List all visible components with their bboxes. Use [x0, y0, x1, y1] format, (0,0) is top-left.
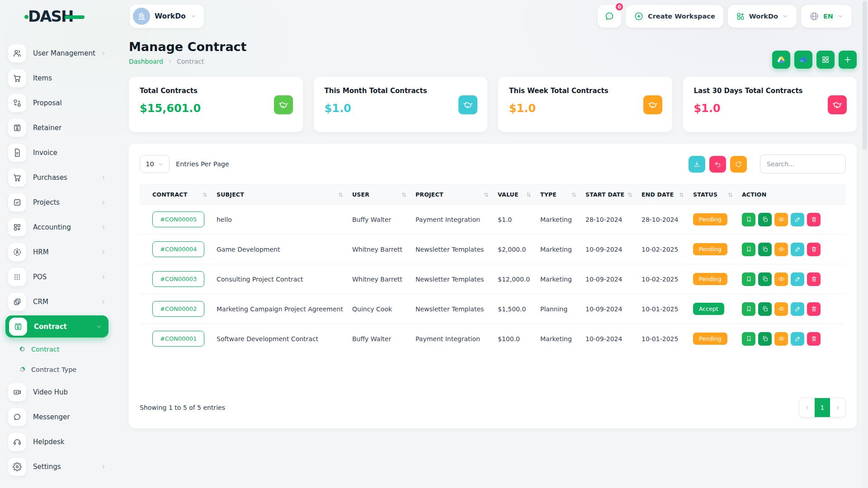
sidebar-item-items[interactable]: Items: [0, 66, 114, 90]
bookmark-button[interactable]: [742, 243, 755, 256]
sidebar-item-helpdesk[interactable]: Helpdesk: [0, 429, 114, 454]
bookmark-button[interactable]: [742, 302, 755, 316]
contract-id-link[interactable]: #CON00002: [152, 301, 204, 317]
scrollbar-thumb[interactable]: [863, 1, 867, 150]
duplicate-button[interactable]: [758, 272, 772, 286]
bookmark-button[interactable]: [742, 332, 755, 346]
cell-project: Newsletter Templates: [411, 294, 493, 324]
column-header-contract[interactable]: CONTRACT: [140, 185, 212, 205]
handshake-icon: [643, 95, 662, 114]
globe-icon: [809, 11, 819, 21]
create-workspace-button[interactable]: Create Workspace: [626, 5, 723, 28]
sidebar-item-settings[interactable]: Settings: [0, 454, 114, 479]
column-header-value[interactable]: VALUE: [493, 185, 536, 205]
table-row: #CON00001 Software Development Contract …: [140, 324, 846, 354]
column-header-project[interactable]: PROJECT: [411, 185, 493, 205]
messages-button[interactable]: 0: [598, 5, 621, 28]
sort-icon: [627, 192, 632, 197]
pagination-page-1[interactable]: 1: [815, 398, 830, 417]
cell-project: Payment Integration: [411, 205, 493, 235]
edit-button[interactable]: [791, 302, 804, 316]
sidebar-item-invoice[interactable]: Invoice: [0, 140, 114, 165]
contract-id-link[interactable]: #CON00001: [152, 331, 204, 347]
view-button[interactable]: [774, 213, 788, 226]
chevron-right-icon: [100, 299, 107, 305]
sidebar-item-pos[interactable]: POS: [0, 264, 114, 289]
sidebar-item-retainer[interactable]: Retainer: [0, 115, 114, 140]
contract-id-link[interactable]: #CON00003: [152, 271, 204, 287]
pagination-prev-button[interactable]: [799, 398, 815, 417]
crm-squares-icon: [8, 293, 26, 311]
sidebar-item-purchases[interactable]: Purchases: [0, 165, 114, 190]
contract-id-link[interactable]: #CON00005: [152, 211, 204, 227]
view-button[interactable]: [774, 272, 788, 286]
view-button[interactable]: [774, 332, 788, 346]
sidebar-item-contract[interactable]: Contract: [5, 315, 108, 338]
breadcrumb-dashboard-link[interactable]: Dashboard: [129, 58, 163, 65]
delete-button[interactable]: [807, 243, 821, 256]
add-contract-button[interactable]: [839, 51, 857, 69]
refresh-button[interactable]: [730, 156, 747, 173]
stat-card-value: $1.0: [694, 102, 846, 115]
sidebar-item-label: Items: [33, 74, 52, 82]
page-scrollbar[interactable]: [862, 0, 868, 488]
search-input[interactable]: [760, 155, 846, 174]
workspace-switcher[interactable]: WorkDo: [130, 5, 204, 28]
edit-button[interactable]: [791, 332, 804, 346]
main-content: Manage Contract Dashboard Contract Total…: [114, 33, 868, 488]
sidebar-item-crm[interactable]: CRM: [0, 289, 114, 314]
entries-per-page-select[interactable]: 10: [140, 155, 170, 173]
column-header-type[interactable]: TYPE: [536, 185, 581, 205]
sidebar-item-user-management[interactable]: User Management: [0, 41, 114, 66]
sidebar-item-hrm[interactable]: HRM: [0, 239, 114, 264]
column-header-status[interactable]: STATUS: [689, 185, 737, 205]
stat-card-value: $15,601.0: [140, 102, 292, 115]
workspace-avatar-building-icon: [133, 8, 150, 25]
cell-start-date: 28-10-2024: [581, 205, 637, 235]
breadcrumb-current: Contract: [177, 58, 204, 65]
sidebar-subitem-contract-type[interactable]: Contract Type: [0, 359, 114, 380]
sidebar-item-proposal[interactable]: Proposal: [0, 90, 114, 115]
sidebar-item-messenger[interactable]: Messenger: [0, 404, 114, 429]
sidebar-item-projects[interactable]: Projects: [0, 190, 114, 215]
duplicate-button[interactable]: [758, 213, 772, 226]
reset-button[interactable]: [709, 156, 726, 173]
bookmark-button[interactable]: [742, 272, 755, 286]
duplicate-button[interactable]: [758, 332, 772, 346]
apps-dropdown[interactable]: WorkDo: [728, 5, 797, 28]
sidebar-item-accounting[interactable]: Accounting: [0, 215, 114, 239]
language-selector[interactable]: EN: [801, 5, 852, 28]
grid-view-button[interactable]: [816, 51, 835, 69]
duplicate-button[interactable]: [758, 243, 772, 256]
delete-button[interactable]: [807, 213, 821, 226]
contract-id-link[interactable]: #CON00004: [152, 241, 204, 257]
delete-button[interactable]: [807, 272, 821, 286]
breadcrumb: Dashboard Contract: [129, 58, 857, 65]
duplicate-button[interactable]: [758, 302, 772, 316]
sidebar-subitem-contract[interactable]: Contract: [0, 339, 114, 359]
column-header-start-date[interactable]: START DATE: [581, 185, 637, 205]
edit-button[interactable]: [791, 243, 804, 256]
column-header-subject[interactable]: SUBJECT: [212, 185, 348, 205]
pagination-next-button[interactable]: [830, 398, 845, 417]
onedrive-button[interactable]: [794, 51, 812, 69]
column-header-user[interactable]: USER: [348, 185, 411, 205]
sort-icon: [728, 192, 733, 197]
bookmark-button[interactable]: [742, 213, 755, 226]
workspace-name: WorkDo: [155, 12, 186, 20]
edit-button[interactable]: [791, 272, 804, 286]
view-button[interactable]: [774, 302, 788, 316]
column-header-end-date[interactable]: END DATE: [637, 185, 689, 205]
cell-subject: Game Development: [212, 235, 348, 264]
sort-icon: [484, 192, 489, 197]
export-button[interactable]: [689, 156, 705, 173]
view-button[interactable]: [774, 243, 788, 256]
delete-button[interactable]: [807, 302, 821, 316]
edit-button[interactable]: [791, 213, 804, 226]
cell-user: Buffy Walter: [348, 205, 411, 235]
sidebar-item-label: POS: [33, 273, 47, 281]
delete-button[interactable]: [807, 332, 821, 346]
chevron-down-icon: [96, 324, 102, 330]
sidebar-item-video-hub[interactable]: Video Hub: [0, 380, 114, 404]
google-drive-button[interactable]: [772, 51, 790, 69]
